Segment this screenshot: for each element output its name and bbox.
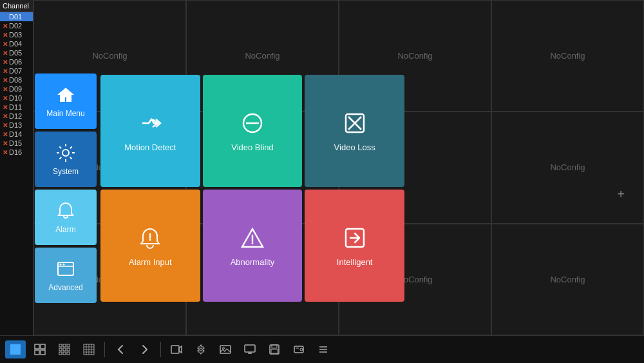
channel-item-d08[interactable]: ✕D08 — [0, 75, 33, 84]
channel-label: D04 — [9, 40, 22, 48]
channel-item-d02[interactable]: ✕D02 — [0, 21, 33, 30]
channel-label: D16 — [9, 148, 22, 156]
channel-header: Channel — [0, 0, 33, 12]
monitor-button[interactable] — [240, 340, 260, 358]
grid-cell-11[interactable]: NoConfig — [491, 224, 644, 335]
save-button[interactable] — [264, 340, 285, 358]
channel-item-d07[interactable]: ✕D07 — [0, 66, 33, 75]
svg-rect-13 — [41, 350, 45, 355]
svg-rect-41 — [294, 346, 303, 353]
next-button[interactable] — [135, 340, 155, 358]
channel-item-d09[interactable]: ✕D09 — [0, 84, 33, 93]
layout-16-button[interactable] — [79, 340, 99, 358]
channel-item-d13[interactable]: ✕D13 — [0, 121, 33, 130]
grid-cell-7[interactable]: NoConfig — [491, 112, 644, 223]
svg-rect-17 — [59, 348, 62, 351]
svg-rect-15 — [63, 344, 66, 347]
channel-label: D13 — [9, 121, 22, 129]
advanced-button[interactable]: Advanced — [35, 248, 97, 303]
svg-rect-21 — [63, 352, 66, 355]
svg-point-2 — [60, 264, 62, 266]
channel-list: D01✕D02✕D03✕D04✕D05✕D06✕D07✕D08✕D09✕D10✕… — [0, 12, 33, 157]
bottom-toolbar — [0, 335, 644, 363]
add-button[interactable]: + — [617, 187, 625, 202]
alarm-input-button[interactable]: Alarm Input — [100, 190, 200, 302]
video-blind-label: Video Blind — [231, 142, 274, 152]
alarm-label: Alarm — [55, 225, 75, 234]
channel-label: D03 — [9, 31, 22, 39]
channel-item-d15[interactable]: ✕D15 — [0, 139, 33, 148]
motion-detect-label: Motion Detect — [124, 142, 176, 152]
settings-button[interactable] — [191, 340, 211, 358]
channel-item-d14[interactable]: ✕D14 — [0, 130, 33, 139]
channel-item-d16[interactable]: ✕D16 — [0, 148, 33, 157]
left-menu: Main Menu System Alarm Advanced — [33, 72, 98, 304]
svg-rect-18 — [63, 348, 66, 351]
alarm-input-label: Alarm Input — [129, 257, 171, 267]
channel-item-d06[interactable]: ✕D06 — [0, 57, 33, 66]
channel-label: D11 — [9, 103, 22, 111]
grid-cell-3[interactable]: NoConfig — [491, 0, 644, 112]
video-loss-label: Video Loss — [334, 142, 375, 152]
channel-label: D06 — [9, 58, 22, 66]
alarm-button[interactable]: Alarm — [35, 190, 97, 245]
svg-rect-40 — [271, 349, 278, 353]
menu-overlay: Main Menu System Alarm Advanced — [33, 72, 407, 304]
list-button[interactable] — [313, 340, 334, 358]
main-menu-button[interactable]: Main Menu — [35, 74, 97, 129]
channel-item-d03[interactable]: ✕D03 — [0, 30, 33, 39]
channel-label: D10 — [9, 94, 22, 102]
channel-label: D02 — [9, 22, 22, 30]
image-button[interactable] — [215, 340, 236, 358]
svg-rect-22 — [67, 352, 70, 355]
intelligent-button[interactable]: Intelligent — [305, 190, 404, 302]
channel-item-d10[interactable]: ✕D10 — [0, 93, 33, 103]
channel-label: D01 — [9, 13, 22, 21]
layout-9-button[interactable] — [54, 340, 75, 358]
abnormality-label: Abnormality — [231, 257, 275, 267]
svg-rect-20 — [59, 352, 62, 355]
svg-rect-37 — [245, 345, 255, 352]
system-button[interactable]: System — [35, 132, 97, 187]
channel-label: D12 — [9, 112, 22, 120]
svg-point-0 — [62, 150, 69, 156]
channel-sidebar: Channel D01✕D02✕D03✕D04✕D05✕D06✕D07✕D08✕… — [0, 0, 33, 335]
channel-label: D15 — [9, 139, 22, 147]
hdd-button[interactable] — [289, 340, 309, 358]
divider-2 — [160, 342, 161, 357]
channel-item-d12[interactable]: ✕D12 — [0, 112, 33, 121]
divider-1 — [104, 342, 105, 357]
svg-rect-35 — [220, 346, 231, 353]
action-grid: Motion Detect Video Blind Video Loss — [98, 72, 407, 304]
video-loss-button[interactable]: Video Loss — [305, 75, 404, 187]
channel-label: D07 — [9, 67, 22, 75]
svg-rect-14 — [59, 344, 62, 347]
channel-item-d04[interactable]: ✕D04 — [0, 39, 33, 48]
motion-detect-button[interactable]: Motion Detect — [100, 75, 200, 187]
channel-label: D14 — [9, 130, 22, 138]
video-blind-button[interactable]: Video Blind — [203, 75, 303, 187]
system-label: System — [53, 167, 79, 176]
svg-rect-10 — [35, 344, 39, 349]
svg-point-34 — [200, 348, 202, 351]
channel-label: D05 — [9, 49, 22, 57]
layout-1x1-button[interactable] — [5, 340, 26, 358]
svg-rect-16 — [67, 344, 70, 347]
channel-label: D08 — [9, 76, 22, 84]
prev-button[interactable] — [110, 340, 131, 358]
svg-rect-11 — [41, 344, 45, 349]
intelligent-label: Intelligent — [337, 257, 373, 267]
record-button[interactable] — [166, 340, 187, 358]
svg-point-3 — [63, 264, 65, 266]
svg-point-6 — [149, 239, 151, 240]
channel-item-d05[interactable]: ✕D05 — [0, 48, 33, 57]
svg-point-7 — [251, 242, 253, 244]
svg-rect-12 — [35, 350, 39, 355]
layout-4-button[interactable] — [30, 340, 50, 358]
channel-item-d01[interactable]: D01 — [0, 12, 33, 21]
main-menu-label: Main Menu — [46, 109, 84, 118]
svg-rect-19 — [67, 348, 70, 351]
abnormality-button[interactable]: Abnormality — [203, 190, 303, 302]
channel-label: D09 — [9, 85, 22, 93]
channel-item-d11[interactable]: ✕D11 — [0, 103, 33, 112]
